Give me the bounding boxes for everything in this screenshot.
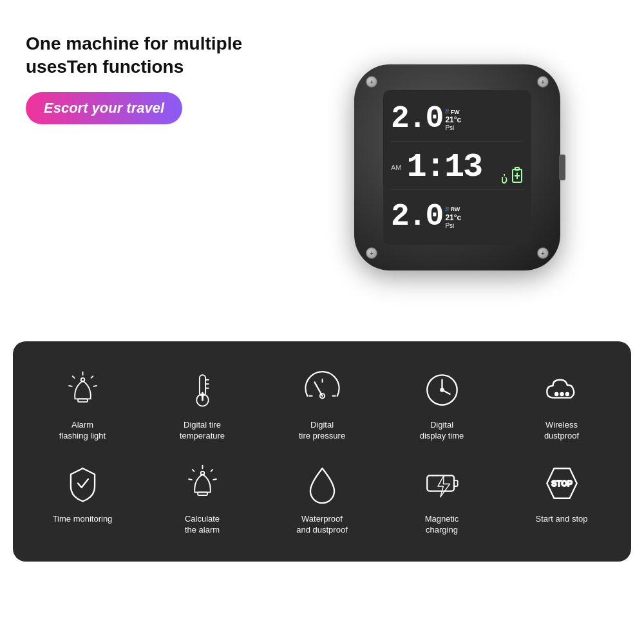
- feature-digital-display-time: Digitaldisplay time: [385, 361, 498, 448]
- feature-alarm-flashing-light-label: Alarmflashing light: [59, 420, 106, 442]
- screw-tl: [366, 76, 377, 88]
- feature-waterproof-dustproof-label: Waterproofand dustproof: [296, 514, 348, 536]
- feature-digital-tire-pressure-label: Digitaltire pressure: [299, 420, 345, 442]
- feature-digital-display-time-label: Digitaldisplay time: [420, 420, 464, 442]
- clock-icon: [419, 367, 464, 412]
- rw-temp: 21°c: [445, 213, 461, 222]
- screen-row-rw: 2.0 𝓑 RW 21°c Psi: [391, 194, 524, 238]
- battery-charging-icon: [419, 461, 464, 506]
- svg-point-30: [200, 471, 204, 475]
- am-label: AM: [391, 164, 402, 171]
- fw-temp: 21°c: [445, 115, 461, 124]
- fw-label: FW: [450, 109, 459, 115]
- alarm-light-icon: [60, 367, 105, 412]
- headline: One machine for multiple usesTen functio…: [26, 32, 245, 79]
- svg-line-35: [189, 479, 192, 480]
- rw-label: RW: [450, 206, 460, 213]
- badge-text: Escort your travel: [44, 100, 164, 116]
- features-grid: Alarmflashing light Digital tiretemperat…: [13, 341, 631, 562]
- feature-waterproof-dustproof: Waterproofand dustproof: [265, 455, 379, 542]
- svg-line-7: [91, 376, 93, 378]
- feature-digital-tire-temperature-label: Digital tiretemperature: [180, 420, 225, 442]
- feature-magnetic-charging-label: Magneticcharging: [425, 514, 459, 536]
- fw-info: 𝓑 FW 21°c Psi: [445, 108, 461, 131]
- svg-line-9: [93, 386, 97, 386]
- rw-pressure: 2.0: [391, 201, 442, 232]
- alarm-light2-icon: [180, 461, 225, 506]
- side-button: [559, 155, 565, 180]
- gauge-icon: [299, 367, 345, 412]
- fw-pressure: 2.0: [391, 103, 442, 134]
- screw-br: [537, 247, 549, 259]
- shield-icon: [60, 461, 105, 506]
- svg-point-28: [565, 392, 569, 395]
- drop-icon: [299, 461, 345, 506]
- svg-point-5: [80, 377, 84, 381]
- svg-line-8: [72, 376, 74, 378]
- svg-text:STOP: STOP: [551, 479, 573, 488]
- feature-calculate-alarm-label: Calculatethe alarm: [185, 514, 220, 536]
- svg-point-25: [440, 388, 444, 392]
- feature-calculate-alarm: Calculatethe alarm: [146, 455, 259, 542]
- feature-alarm-flashing-light: Alarmflashing light: [26, 361, 139, 448]
- feature-time-monitoring-label: Time monitoring: [53, 514, 113, 525]
- feature-digital-tire-temperature: Digital tiretemperature: [146, 361, 259, 448]
- rw-info: 𝓑 RW 21°c Psi: [445, 206, 461, 229]
- feature-magnetic-charging: Magneticcharging: [385, 455, 498, 542]
- badge: Escort your travel: [26, 92, 182, 124]
- screen-row-time: AM 1:13 ὐ‌️: [391, 146, 524, 191]
- screw-bl: [366, 247, 377, 259]
- feature-wireless-dustproof-label: Wirelessdustproof: [544, 420, 579, 442]
- fw-unit: Psi: [445, 124, 454, 131]
- time-display: 1:13: [407, 151, 482, 184]
- svg-point-26: [554, 392, 558, 395]
- svg-line-33: [192, 469, 194, 471]
- thermometer-icon: [180, 367, 225, 412]
- svg-point-27: [560, 392, 564, 395]
- svg-line-34: [213, 479, 216, 480]
- svg-rect-36: [427, 476, 454, 491]
- feature-start-stop: STOP Start and stop: [505, 455, 618, 542]
- feature-start-stop-label: Start and stop: [536, 514, 588, 525]
- stop-sign-icon: STOP: [539, 461, 584, 506]
- svg-line-10: [69, 386, 72, 386]
- battery-icon: ὐ‌️: [501, 167, 524, 187]
- device-screen: 2.0 𝓑 FW 21°c Psi AM 1:13 ὐ‌️: [383, 90, 531, 245]
- screw-tr: [537, 76, 549, 88]
- screen-row-fw: 2.0 𝓑 FW 21°c Psi: [391, 97, 524, 142]
- rw-unit: Psi: [445, 222, 454, 229]
- cloud-icon: [539, 367, 584, 412]
- feature-digital-tire-pressure: Digitaltire pressure: [265, 361, 379, 448]
- feature-time-monitoring: Time monitoring: [26, 455, 139, 542]
- feature-wireless-dustproof: Wirelessdustproof: [505, 361, 618, 448]
- device-image: 2.0 𝓑 FW 21°c Psi AM 1:13 ὐ‌️: [354, 64, 560, 270]
- svg-rect-37: [454, 480, 458, 486]
- svg-line-32: [211, 469, 213, 471]
